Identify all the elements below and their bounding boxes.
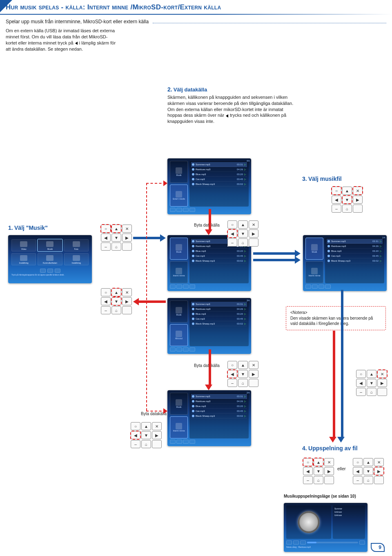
keypad-button: ▼ <box>238 229 248 238</box>
screen-counter: 3/4 <box>247 299 249 302</box>
keypad-button <box>377 388 387 396</box>
note-tag: <Notera> <box>290 310 381 316</box>
keypad-button: ○ <box>332 187 341 195</box>
keypad-button: – <box>101 242 111 251</box>
step-1-number: 1. <box>8 225 13 231</box>
step-1-block: 1. Välj "Musik" <box>8 225 48 231</box>
keypad-button: ▲ <box>141 422 151 430</box>
keypad-button: ⌂ <box>314 476 323 484</box>
step-1-title: Välj "Musik" <box>14 225 48 231</box>
side-music: Musik <box>170 238 188 260</box>
keypad-button: – <box>227 238 237 247</box>
home-tile-settings2: Inställning <box>64 253 89 265</box>
list-screen-external: 4/4 Musik Extern media Summer.mp303:31▷R… <box>167 158 251 214</box>
track-row: Cat.mp303:45▷ <box>191 409 247 414</box>
keypad-button: ✕ <box>374 458 384 466</box>
keypad-button: ✕ <box>353 187 363 195</box>
arrow-down <box>207 209 212 235</box>
keypad-step4-b: ○▲✕◀▼▶–⌂ <box>352 457 385 485</box>
keypad-button <box>353 205 363 213</box>
keypad-button: ✕ <box>377 370 387 378</box>
keypad-button: ▼ <box>367 379 376 387</box>
track-row: Blue.mp303:20▷ <box>191 172 247 177</box>
keypad-button: ◀ <box>353 467 363 475</box>
keypad-button: ▲ <box>367 370 376 378</box>
playback-screen: SummerUnknowUnknow Nästa sång : Rainbow.… <box>284 503 368 552</box>
keypad-button: ✕ <box>122 288 132 296</box>
arrow-down <box>332 331 336 443</box>
home-tile-settings: Inställning <box>11 253 36 265</box>
dashed-path <box>146 183 166 184</box>
track-row: Summer.mp303:31▷ <box>191 162 247 167</box>
left-arrow-icon <box>226 114 228 118</box>
left-arrow-icon <box>75 42 78 45</box>
list-screen-microsd: 3/4 Musik Microsd Summer.mp303:31▷Rainbo… <box>167 298 251 354</box>
keypad-button: ◀ <box>227 370 237 378</box>
arrow-left <box>133 299 166 305</box>
side-music: Musik <box>170 161 188 183</box>
keypad-button: ▼ <box>111 297 121 305</box>
step-2-title: Välj datakälla <box>174 87 207 93</box>
step-3-number: 3. <box>302 176 307 182</box>
keypad-button: ○ <box>101 225 111 233</box>
dashed-arrowhead <box>163 180 167 186</box>
keypad-button: ▲ <box>111 225 121 233</box>
keypad-button: ◀ <box>101 297 111 305</box>
step-4-block: 4. Uppspelning av fil <box>302 445 358 451</box>
side-music: Musik <box>170 300 188 322</box>
keypad-button: ▼ <box>238 370 248 378</box>
keypad-button: ⌂ <box>238 238 248 247</box>
keypad-button: ◀ <box>332 196 341 204</box>
side-external: Extern media <box>170 185 188 207</box>
track-row: Summer.mp303:31▷ <box>327 239 383 244</box>
page-title: Hur musik spelas - källa: Internt minne … <box>0 0 392 14</box>
keypad-button: ○ <box>131 422 140 430</box>
keypad-button: ▲ <box>238 361 248 369</box>
keypad-button: ▼ <box>363 467 373 475</box>
keypad-button: ▲ <box>314 458 323 466</box>
dashed-arrowhead <box>163 408 167 414</box>
home-tile-video: Video <box>11 239 36 251</box>
keypad-button: – <box>303 476 313 484</box>
track-row: Rainbow.mp304:26▷ <box>191 399 247 404</box>
keypad-button <box>374 476 384 484</box>
intro-paragraph: Om en extern källa (USB) är inmatad läse… <box>0 28 122 56</box>
track-row: Black Sheep.mp303:02▷ <box>191 414 247 418</box>
keypad-button: ✕ <box>249 220 258 229</box>
byta-label-2: Byta datakälla <box>194 363 220 368</box>
keypad-button: ⌂ <box>111 306 121 314</box>
keypad-button: ▶ <box>374 467 384 475</box>
keypad-byta-1: ○▲✕◀▼▶–⌂ <box>227 220 259 247</box>
track-row: Black Sheep.mp303:02▷ <box>327 258 383 263</box>
track-row: Summer.mp303:31▷ <box>191 394 247 399</box>
keypad-button: ⌂ <box>141 440 151 448</box>
side-music: Musik <box>305 238 323 260</box>
dashed-path <box>146 183 147 411</box>
keypad-button: ✕ <box>249 361 258 369</box>
step-2-block: 2. Välj datakälla Skärmen, källikonen på… <box>167 86 294 125</box>
home-hint: Tryck på riktningsknapparna för att öppn… <box>11 274 89 276</box>
track-row: Blue.mp303:20▷ <box>191 311 247 316</box>
screen-counter: 2/4 <box>247 391 249 394</box>
keypad-button: ▶ <box>122 234 132 242</box>
keypad-button: ◀ <box>101 234 111 242</box>
side-internal: Internt minne <box>170 261 188 283</box>
keypad-button <box>122 306 132 314</box>
keypad-step4-a: ○▲✕◀▼▶–⌂ <box>302 457 335 485</box>
keypad-button <box>249 379 258 387</box>
keypad-button: ⌂ <box>238 379 248 387</box>
track-row: Blue.mp303:20▷ <box>191 404 247 409</box>
keypad-step3: ○▲✕◀▼▶–⌂ <box>331 186 363 214</box>
keypad-button: – <box>227 379 237 387</box>
keypad-button: ▲ <box>238 220 248 229</box>
track-row: Rainbow.mp304:26▷ <box>327 244 383 249</box>
dashed-path <box>146 411 166 411</box>
side-internal: Internt minne <box>170 416 188 438</box>
keypad-button: ▼ <box>314 467 323 475</box>
keypad-button: ◀ <box>227 229 237 238</box>
keypad-button: ✕ <box>324 458 334 466</box>
keypad-button: ○ <box>227 361 237 369</box>
track-row: Black Sheep.mp303:02▷ <box>191 182 247 187</box>
note-box: <Notera> Den visade skärmen kan variera … <box>286 306 386 330</box>
keypad-button: – <box>353 476 363 484</box>
